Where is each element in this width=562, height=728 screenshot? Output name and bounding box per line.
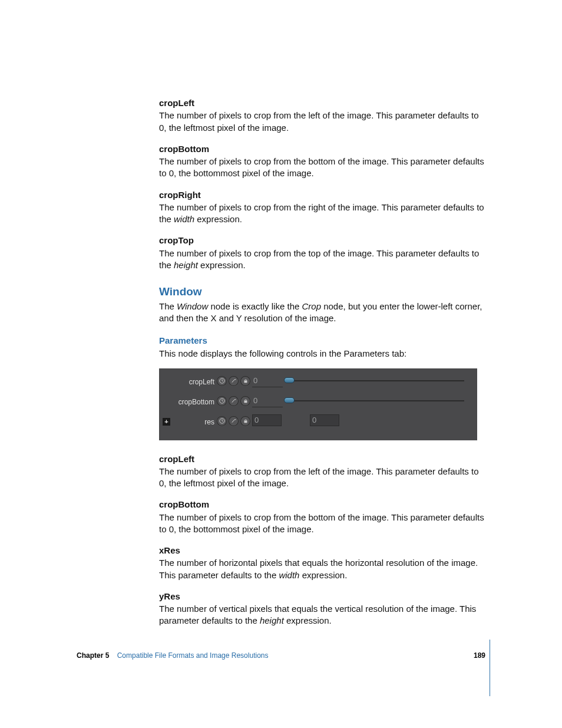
body-content: cropLeft The number of pixels to crop fr… (159, 97, 486, 627)
text-mid: node is exactly like the (208, 301, 302, 311)
text-pre: The (159, 301, 177, 311)
footer-title: Compatible File Formats and Image Resolu… (117, 651, 269, 660)
param-row-cropbottom: cropBottom 0 (159, 394, 477, 412)
param-title-cropleft-2: cropLeft (159, 453, 486, 465)
param-title-cropleft: cropLeft (159, 97, 486, 109)
text-post: expression. (198, 260, 246, 270)
text-italic-width: width (174, 214, 194, 224)
param-row-res: + res 0 0 (159, 414, 477, 432)
param-text-xres: The number of horizontal pixels that equ… (159, 557, 486, 581)
clock-icon[interactable] (217, 376, 227, 386)
clock-icon[interactable] (217, 416, 227, 426)
document-page: cropLeft The number of pixels to crop fr… (0, 0, 562, 728)
heading-parameters: Parameters (159, 335, 486, 347)
value-field-res-x[interactable]: 0 (252, 414, 282, 426)
lock-icon[interactable] (240, 396, 250, 406)
text-italic-width: width (279, 570, 299, 580)
text-post: expression. (299, 570, 347, 580)
heading-window: Window (159, 284, 486, 299)
param-text-cropleft: The number of pixels to crop from the le… (159, 110, 486, 134)
param-title-cropright: cropRight (159, 189, 486, 201)
param-title-yres: yRes (159, 591, 486, 602)
footer-chapter: Chapter 5 (77, 651, 109, 660)
parameters-panel: cropLeft 0 cropBottom (159, 368, 477, 440)
expand-icon[interactable]: + (163, 418, 170, 426)
slider-cropleft[interactable] (287, 380, 464, 381)
param-row-cropleft: cropLeft 0 (159, 374, 477, 392)
param-text-cropbottom-2: The number of pixels to crop from the bo… (159, 512, 486, 536)
clock-icon[interactable] (217, 396, 227, 406)
param-title-xres: xRes (159, 545, 486, 556)
lock-icon[interactable] (240, 416, 250, 426)
text-window: The Window node is exactly like the Crop… (159, 301, 486, 325)
svg-rect-5 (244, 421, 247, 423)
curve-icon[interactable] (229, 396, 239, 406)
value-field-cropleft[interactable]: 0 (252, 375, 283, 387)
page-footer: Chapter 5 Compatible File Formats and Im… (77, 651, 485, 661)
svg-rect-1 (244, 381, 247, 383)
footer-rule (490, 640, 490, 696)
row-label-cropbottom: cropBottom (178, 397, 214, 407)
text-post: expression. (284, 615, 332, 625)
param-title-cropbottom-2: cropBottom (159, 499, 486, 510)
param-text-cropright: The number of pixels to crop from the ri… (159, 202, 486, 226)
text-italic-crop: Crop (302, 301, 322, 311)
curve-icon[interactable] (229, 376, 239, 386)
value-field-cropbottom[interactable]: 0 (252, 395, 283, 407)
param-text-cropleft-2: The number of pixels to crop from the le… (159, 466, 486, 490)
svg-rect-3 (244, 401, 247, 403)
text-parameters: This node displays the following control… (159, 348, 486, 360)
row-label-res: res (204, 417, 214, 427)
text-italic-window: Window (177, 301, 208, 311)
lock-icon[interactable] (240, 376, 250, 386)
param-title-croptop: cropTop (159, 235, 486, 246)
param-text-cropbottom: The number of pixels to crop from the bo… (159, 156, 486, 180)
text-post: expression. (194, 214, 242, 224)
curve-icon[interactable] (229, 416, 239, 426)
row-label-cropleft: cropLeft (189, 377, 214, 387)
param-text-yres: The number of vertical pixels that equal… (159, 603, 486, 627)
param-text-croptop: The number of pixels to crop from the to… (159, 248, 486, 272)
text-italic-height: height (174, 260, 198, 270)
param-title-cropbottom: cropBottom (159, 143, 486, 155)
slider-knob[interactable] (284, 377, 295, 383)
slider-knob[interactable] (284, 397, 295, 403)
text-italic-height: height (260, 615, 284, 625)
value-field-res-y[interactable]: 0 (310, 414, 339, 426)
slider-cropbottom[interactable] (287, 400, 464, 401)
footer-page-number: 189 (474, 651, 485, 660)
